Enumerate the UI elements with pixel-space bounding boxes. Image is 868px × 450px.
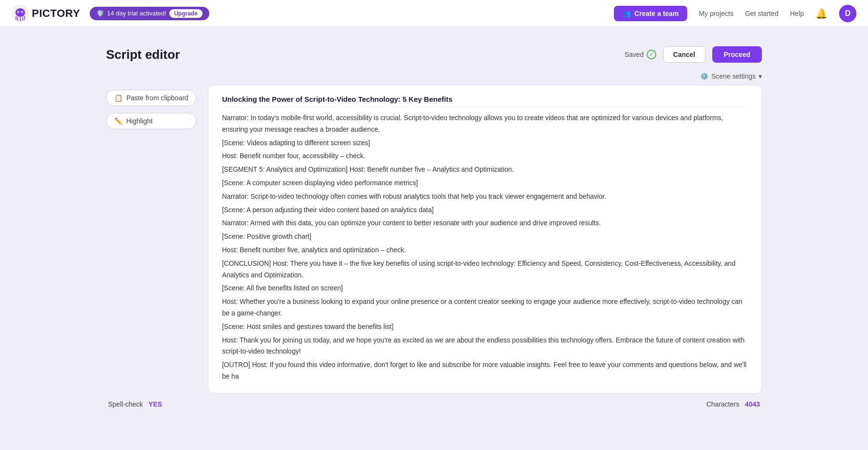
- script-actions: Saved ✓ Cancel Proceed: [624, 46, 762, 63]
- my-projects-link[interactable]: My projects: [699, 10, 733, 17]
- people-icon: 👥: [623, 10, 631, 17]
- list-item: [Scene: A person adjusting their video c…: [222, 205, 748, 216]
- list-item: Narrator: Script-to-video technology oft…: [222, 191, 748, 203]
- logo-icon: [12, 5, 29, 22]
- list-item: Host: Benefit number five, analytics and…: [222, 245, 748, 256]
- list-item: [Scene: All five benefits listed on scre…: [222, 283, 748, 294]
- spell-check-row: Spell-check YES: [108, 400, 162, 408]
- page-title: Script editor: [106, 47, 180, 62]
- avatar[interactable]: D: [839, 5, 856, 22]
- scene-settings-label: Scene settings: [711, 72, 756, 80]
- upgrade-button[interactable]: Upgrade: [169, 9, 203, 18]
- list-item: Host: Thank you for joining us today, an…: [222, 335, 748, 358]
- logo: PICTORY: [12, 5, 80, 22]
- chevron-down-icon: ▾: [759, 72, 762, 80]
- char-count-value: 4043: [745, 400, 760, 408]
- list-item: Host: Whether you're a business looking …: [222, 296, 748, 319]
- list-item: [Scene: Videos adapting to different scr…: [222, 137, 748, 149]
- cancel-button[interactable]: Cancel: [663, 46, 705, 63]
- script-document-title: Unlocking the Power of Script-to-Video T…: [222, 95, 748, 108]
- script-editor-header: Script editor Saved ✓ Cancel Proceed: [106, 46, 762, 63]
- get-started-link[interactable]: Get started: [745, 10, 778, 17]
- help-link[interactable]: Help: [790, 10, 804, 17]
- page-body: Script editor Saved ✓ Cancel Proceed ⚙️ …: [0, 27, 868, 450]
- trial-badge: 🛡️ 14 day trial activated! Upgrade: [90, 7, 209, 20]
- scene-settings-row: ⚙️ Scene settings ▾: [106, 72, 762, 80]
- saved-badge: Saved ✓: [624, 50, 656, 59]
- script-content[interactable]: Narrator: In today's mobile-first world,…: [222, 112, 748, 382]
- list-item: Host: Benefit number four, accessibility…: [222, 150, 748, 162]
- svg-point-5: [22, 12, 23, 13]
- svg-point-4: [18, 12, 19, 13]
- paste-from-clipboard-button[interactable]: 📋 Paste from clipboard: [106, 90, 196, 106]
- editor-footer: Spell-check YES Characters 4043: [106, 400, 762, 408]
- sidebar-tools: 📋 Paste from clipboard ✏️ Highlight: [106, 85, 196, 394]
- highlight-icon: ✏️: [114, 117, 122, 125]
- list-item: Narrator: Armed with this data, you can …: [222, 218, 748, 229]
- char-count-row: Characters 4043: [706, 400, 760, 408]
- clipboard-icon: 📋: [114, 94, 122, 102]
- char-count-label: Characters: [706, 400, 739, 408]
- saved-check-icon: ✓: [647, 50, 656, 59]
- shield-icon: 🛡️: [96, 10, 104, 17]
- create-team-button[interactable]: 👥 Create a team: [614, 6, 688, 21]
- saved-label: Saved: [624, 51, 644, 58]
- trial-text: 14 day trial activated!: [107, 10, 166, 17]
- header: PICTORY 🛡️ 14 day trial activated! Upgra…: [0, 0, 868, 27]
- spell-check-label: Spell-check: [108, 400, 143, 408]
- list-item: Narrator: In today's mobile-first world,…: [222, 112, 748, 136]
- scene-settings-button[interactable]: ⚙️ Scene settings ▾: [700, 72, 762, 80]
- list-item: [OUTRO] Host: If you found this video in…: [222, 359, 748, 382]
- header-right: 👥 Create a team My projects Get started …: [614, 5, 856, 22]
- list-item: [Scene: Positive growth chart]: [222, 231, 748, 243]
- logo-text: PICTORY: [32, 7, 80, 20]
- list-item: [CONCLUSION] Host: There you have it – t…: [222, 258, 748, 281]
- gear-icon: ⚙️: [700, 72, 708, 80]
- highlight-button[interactable]: ✏️ Highlight: [106, 113, 196, 129]
- list-item: [Scene: Host smiles and gestures toward …: [222, 321, 748, 333]
- list-item: [SEGMENT 5: Analytics and Optimization] …: [222, 164, 748, 176]
- spell-check-toggle[interactable]: YES: [149, 400, 162, 408]
- editor-container: 📋 Paste from clipboard ✏️ Highlight Unlo…: [106, 85, 762, 394]
- proceed-button[interactable]: Proceed: [712, 46, 762, 63]
- list-item: [Scene: A computer screen displaying vid…: [222, 177, 748, 189]
- svg-point-1: [15, 8, 25, 17]
- script-editor-box[interactable]: Unlocking the Power of Script-to-Video T…: [208, 85, 762, 394]
- bell-icon[interactable]: 🔔: [815, 8, 827, 19]
